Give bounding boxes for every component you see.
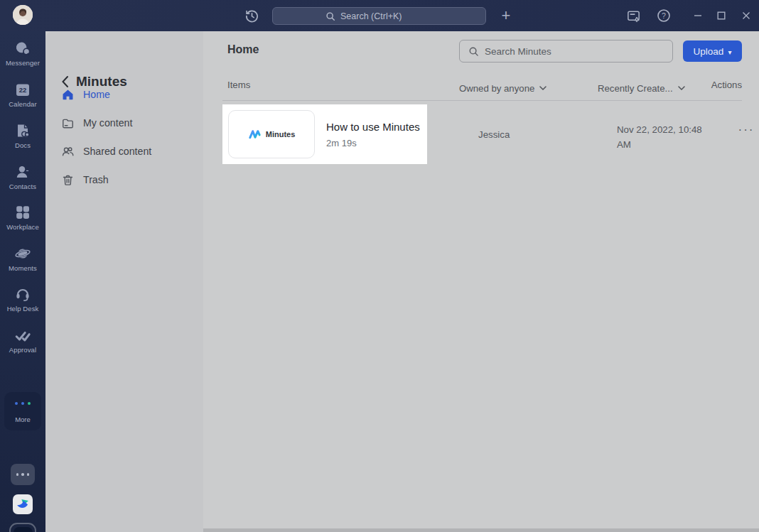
horizontal-scrollbar[interactable] (203, 528, 759, 532)
row-owner: Jessica (478, 129, 510, 140)
avatar-photo (13, 5, 33, 25)
titlebar: + ? (0, 0, 759, 31)
created-date-line2: AM (617, 137, 702, 152)
minutes-search-input[interactable] (485, 46, 672, 57)
lark-app-icon[interactable] (13, 494, 33, 514)
sidebar-item-label: Shared content (83, 146, 151, 157)
table-row[interactable]: Minutes How to use Minutes 2m 19s Jessic… (222, 104, 742, 164)
global-search[interactable] (272, 7, 486, 25)
minimize-button[interactable] (687, 0, 709, 31)
rail-item-label: Messenger (0, 59, 45, 67)
minutes-search[interactable] (459, 40, 673, 63)
headset-icon (0, 286, 45, 303)
home-icon (61, 88, 75, 102)
search-icon (468, 46, 479, 57)
sort-filter-label: Recently Create... (598, 83, 673, 94)
main-panel: Home Upload ▾ Items Owned by anyone Rece… (203, 31, 759, 532)
rail-item-label: Moments (0, 264, 45, 272)
workspace-avatar[interactable]: T (9, 523, 36, 532)
column-header-sort-filter[interactable]: Recently Create... (598, 80, 685, 97)
rail-item-label: Docs (0, 141, 45, 149)
app-rail: Messenger 22 Calendar (0, 31, 45, 532)
workplace-icon (0, 204, 45, 221)
global-search-input[interactable] (340, 11, 433, 21)
column-header-actions: Actions (707, 80, 742, 97)
rail-item-calendar[interactable]: 22 Calendar (0, 81, 45, 108)
rail-item-label: Calendar (0, 100, 45, 108)
svg-text:?: ? (662, 11, 666, 20)
rail-item-workplace[interactable]: Workplace (0, 204, 45, 231)
minutes-sidebar: Minutes Home My content Shared content (45, 31, 203, 532)
people-icon (61, 145, 75, 158)
folder-icon (61, 116, 75, 130)
rail-item-label: More (4, 416, 41, 423)
sidebar-item-trash[interactable]: Trash (53, 166, 196, 193)
calendar-icon: 22 (0, 81, 45, 98)
contacts-icon (0, 163, 45, 180)
rail-item-helpdesk[interactable]: Help Desk (0, 286, 45, 313)
sidebar-item-label: Trash (83, 174, 109, 185)
minutes-thumbnail[interactable]: Minutes (228, 110, 315, 158)
rail-overflow-button[interactable] (11, 464, 35, 485)
row-title: How to use Minutes (326, 121, 420, 133)
docs-icon (0, 122, 45, 139)
column-header-items: Items (227, 80, 250, 97)
row-actions-menu-icon[interactable]: ··· (731, 123, 759, 137)
page-title: Home (227, 43, 259, 56)
sidebar-item-shared-content[interactable]: Shared content (53, 138, 196, 165)
rail-item-label: Approval (0, 346, 45, 354)
double-check-icon (0, 327, 45, 344)
row-created-date: Nov 22, 2022, 10:48 AM (617, 122, 702, 152)
thumbnail-label: Minutes (266, 130, 296, 139)
announcement-icon[interactable] (625, 0, 642, 31)
chevron-down-icon (678, 86, 685, 90)
sidebar-item-home[interactable]: Home (53, 81, 196, 108)
maximize-button[interactable] (711, 0, 732, 31)
upload-label: Upload (694, 46, 724, 57)
sidebar-item-label: Home (83, 89, 110, 100)
column-header-owner-filter[interactable]: Owned by anyone (459, 80, 547, 97)
minutes-logo-icon (248, 129, 262, 140)
rail-item-label: Contacts (0, 183, 45, 190)
more-dots-icon (4, 402, 41, 405)
chevron-down-icon (539, 86, 547, 90)
svg-text:22: 22 (19, 86, 27, 94)
lark-logo (16, 497, 30, 511)
search-icon (325, 11, 335, 21)
table-divider (222, 100, 742, 101)
workspace-initial: T (14, 527, 33, 532)
row-duration: 2m 19s (326, 138, 357, 148)
rail-item-approval[interactable]: Approval (0, 327, 45, 354)
created-date-line1: Nov 22, 2022, 10:48 (617, 122, 702, 137)
rail-item-label: Workplace (0, 223, 45, 231)
sidebar-item-label: My content (83, 117, 132, 129)
owner-filter-label: Owned by anyone (459, 83, 534, 94)
trash-icon (61, 173, 75, 187)
rail-item-messenger[interactable]: Messenger (0, 40, 45, 67)
history-icon[interactable] (243, 0, 260, 31)
help-icon[interactable]: ? (655, 0, 672, 31)
caret-down-icon: ▾ (728, 48, 731, 56)
new-tab-plus-icon[interactable]: + (497, 0, 515, 31)
rail-item-contacts[interactable]: Contacts (0, 163, 45, 190)
close-button[interactable] (736, 0, 757, 31)
sidebar-item-my-content[interactable]: My content (53, 109, 196, 136)
rail-item-moments[interactable]: Moments (0, 245, 45, 272)
upload-button[interactable]: Upload ▾ (683, 40, 742, 62)
user-avatar[interactable] (13, 5, 33, 25)
rail-item-label: Help Desk (0, 305, 45, 313)
rail-item-docs[interactable]: Docs (0, 122, 45, 149)
moments-icon (0, 245, 45, 262)
messenger-icon (0, 40, 45, 57)
app-window: + ? (0, 0, 759, 532)
rail-item-more[interactable]: More (4, 392, 41, 430)
